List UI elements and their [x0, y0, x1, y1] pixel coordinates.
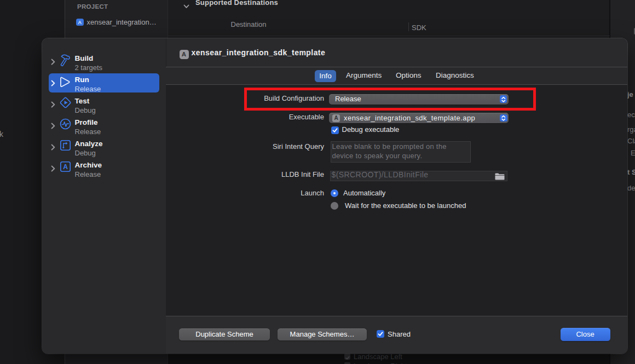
svg-text:A: A — [63, 163, 68, 171]
